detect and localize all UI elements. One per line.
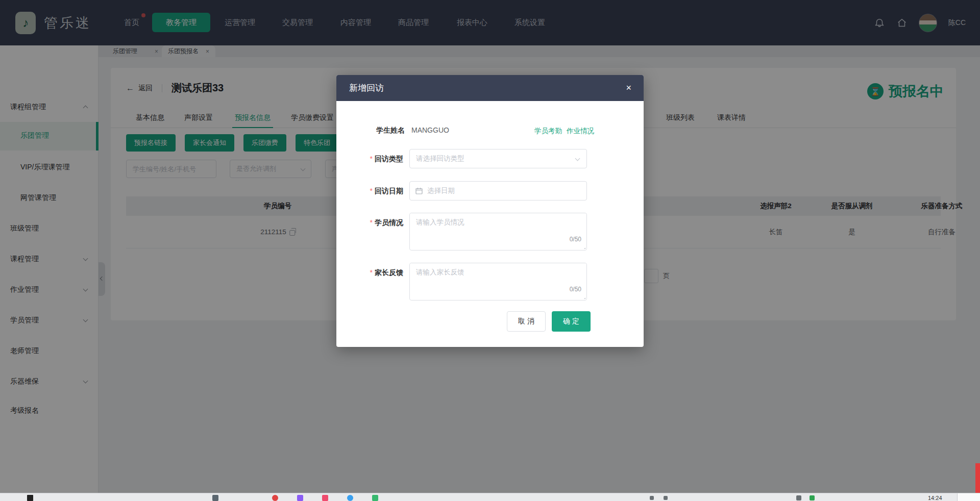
taskbar-app-icon[interactable] [212,495,218,501]
taskbar-clock: 14:24 [928,495,942,501]
student-situation-label: *学员情况 [343,218,403,228]
tray-icon[interactable] [796,495,801,500]
followup-type-label: *回访类型 [343,155,403,164]
add-followup-modal: 新增回访 × 学生姓名 MANGGUO 学员考勤 作业情况 *回访类型 请选择回… [336,75,644,347]
taskbar-app-icon[interactable] [347,495,353,501]
chevron-down-icon [575,156,580,161]
cancel-button[interactable]: 取 消 [507,311,546,332]
attendance-link[interactable]: 学员考勤 [534,127,562,136]
followup-type-select[interactable]: 请选择回访类型 [409,149,587,168]
char-counter: 0/50 [570,286,581,293]
taskbar-app-icon[interactable] [322,495,328,501]
required-mark: * [370,187,373,195]
parent-feedback-textarea[interactable] [410,263,586,300]
required-mark: * [370,268,373,277]
screen: ♪ 管乐迷 首页 教务管理 运营管理 交易管理 内容管理 商品管理 报表中心 系… [0,0,980,501]
confirm-button[interactable]: 确 定 [552,311,591,332]
modal-header: 新增回访 × [336,75,644,101]
student-name-label: 学生姓名 [344,126,405,135]
taskbar-app-icon[interactable] [272,495,278,501]
parent-feedback-label: *家长反馈 [343,268,403,278]
tray-icon[interactable] [810,495,815,500]
homework-link[interactable]: 作业情况 [567,127,594,136]
taskbar-app-icon[interactable] [372,495,378,501]
start-button-icon[interactable] [27,495,33,501]
resize-grip-icon[interactable] [580,243,585,249]
scrollbar-thumb[interactable] [975,463,980,493]
tray-icon[interactable] [664,496,668,500]
tray-icon[interactable] [650,496,654,500]
required-mark: * [370,155,373,163]
resize-grip-icon[interactable] [580,293,585,299]
windows-taskbar: 14:24 [0,493,980,501]
parent-feedback-field: 0/50 [409,263,587,300]
calendar-icon [415,187,423,194]
student-name-value: MANGGUO [411,126,449,134]
show-desktop-button[interactable] [957,493,980,501]
required-mark: * [370,218,373,227]
followup-date-label: *回访日期 [343,187,403,196]
close-icon[interactable]: × [626,82,631,93]
student-situation-textarea[interactable] [410,213,586,250]
modal-title: 新增回访 [349,75,384,101]
followup-date-picker[interactable]: 选择日期 [409,181,587,201]
char-counter: 0/50 [570,236,581,243]
student-situation-field: 0/50 [409,213,587,251]
taskbar-app-icon[interactable] [297,495,303,501]
